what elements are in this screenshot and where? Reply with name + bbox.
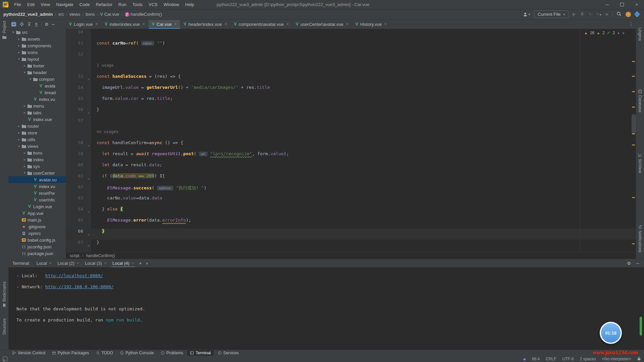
error-stripe-mark[interactable] — [632, 243, 635, 244]
next-problem-icon[interactable]: ∨ — [622, 31, 625, 35]
close-tab-icon[interactable]: × — [346, 22, 348, 26]
breadcrumb-item[interactable]: src — [58, 12, 64, 17]
error-stripe-mark[interactable] — [632, 91, 635, 92]
tool-stripe-bookmarks[interactable]: Bookmarks — [0, 282, 8, 308]
prev-problem-icon[interactable]: ∧ — [617, 31, 620, 35]
tree-item-index[interactable]: ▸index — [8, 156, 66, 163]
tree-item-header[interactable]: ▾header — [8, 69, 66, 76]
close-tab-icon[interactable]: × — [104, 261, 106, 265]
fold-marker-icon[interactable]: ▿ — [85, 74, 92, 85]
tree-chevron-icon[interactable]: ▸ — [17, 138, 21, 141]
tree-item--gitignore[interactable]: ◆.gitignore — [8, 223, 66, 230]
tree-chevron-icon[interactable]: ▾ — [22, 171, 27, 175]
tree-item-sys[interactable]: ▸sys — [8, 163, 66, 170]
tree-item-resetpw[interactable]: VresetPw — [8, 190, 66, 196]
debug-button[interactable] — [580, 11, 585, 17]
tab-index-index-vue[interactable]: Vindex\index.vue× — [101, 19, 148, 29]
expand-all-icon[interactable] — [27, 22, 31, 26]
terminal-hide-icon[interactable]: ─ — [636, 261, 639, 266]
menu-vcs[interactable]: VCS — [146, 1, 161, 8]
tree-item-index-vu[interactable]: Vindex.vu — [8, 183, 66, 190]
menu-help[interactable]: Help — [182, 1, 197, 8]
tree-item-babel-config-js[interactable]: JSbabel.config.js — [8, 237, 66, 243]
tree-chevron-icon[interactable]: ▸ — [22, 111, 27, 114]
minimize-icon[interactable]: ─ — [600, 0, 614, 9]
tree-item-jsconfig-json[interactable]: { }jsconfig.json — [8, 243, 66, 250]
restart-icon[interactable]: ↻▾ — [596, 12, 601, 17]
ai-status-icon[interactable]: ◆ — [523, 357, 526, 361]
file-encoding[interactable]: UTF-8 — [562, 357, 574, 361]
gear-icon[interactable]: ⚙ — [45, 22, 49, 27]
ai-plugin-icon[interactable] — [634, 11, 640, 17]
tree-chevron-icon[interactable]: ▸ — [17, 51, 21, 54]
hide-panel-icon[interactable]: ─ — [52, 22, 55, 27]
menu-code[interactable]: Code — [76, 1, 93, 8]
tab-history-vue[interactable]: VHistory.vue× — [352, 19, 390, 29]
usage-label[interactable]: 1 usage — [97, 63, 114, 68]
tool-window-button-version-control[interactable]: Version Control — [9, 350, 48, 356]
menu-run[interactable]: Run — [115, 1, 129, 8]
menu-refactor[interactable]: Refactor — [93, 1, 115, 8]
tool-stripe-database[interactable]: Database — [636, 89, 644, 112]
tool-window-button-python-console[interactable]: Python Console — [117, 350, 157, 356]
tab-header-index-vue[interactable]: Vheader\index.vue× — [180, 19, 231, 29]
tree-item-utils[interactable]: ▸utils — [8, 136, 66, 143]
tree-item--npmrc[interactable]: n.npmrc — [8, 230, 66, 237]
fold-marker-icon[interactable]: ▿ — [85, 140, 92, 151]
tree-item-index-vue[interactable]: Vindex.vue — [8, 116, 66, 123]
close-tab-icon[interactable]: × — [143, 22, 145, 26]
tree-chevron-icon[interactable]: ▸ — [22, 158, 27, 161]
search-everywhere-icon[interactable] — [616, 11, 622, 17]
fold-marker-icon[interactable]: ▿ — [85, 206, 92, 218]
close-tab-icon[interactable]: × — [224, 22, 227, 26]
tree-item-usercenter[interactable]: ▾userCenter — [8, 170, 66, 176]
tool-window-button-problems[interactable]: Problems — [158, 350, 186, 356]
run-configuration-select[interactable]: Current File ▾ — [534, 10, 568, 18]
tree-item-compon[interactable]: ▾compon — [8, 76, 66, 82]
select-opened-file-icon[interactable] — [11, 22, 16, 27]
tree-chevron-icon[interactable]: ▸ — [17, 44, 21, 47]
breadcrumb-function[interactable]: handleConfirm() — [86, 253, 115, 258]
new-terminal-icon[interactable]: + — [139, 260, 142, 266]
breadcrumb-item[interactable]: views — [69, 12, 80, 17]
tree-item-main-js[interactable]: JSmain.js — [8, 217, 66, 223]
terminal-link[interactable]: http://localhost:8080/ — [45, 273, 103, 278]
error-stripe-mark[interactable] — [632, 144, 635, 145]
tool-stripe-structure[interactable]: Structure — [0, 318, 8, 335]
close-icon[interactable]: × — [629, 0, 644, 9]
close-tab-icon[interactable]: × — [49, 261, 51, 265]
error-stripe-mark[interactable] — [632, 107, 635, 108]
tree-item-assets[interactable]: ▸assets — [8, 36, 66, 42]
breadcrumb-scope[interactable]: script — [70, 253, 79, 258]
tab-car-vue[interactable]: VCar.vue× — [149, 19, 180, 29]
tree-item-store[interactable]: ▸store — [8, 129, 66, 136]
tool-stripe-notifications[interactable]: Notifications — [636, 225, 644, 252]
tree-item-layout[interactable]: ▾layout — [8, 56, 66, 62]
breadcrumb-item[interactable]: bsns — [86, 12, 95, 17]
tree-chevron-icon[interactable]: ▾ — [17, 57, 21, 61]
tree-item-bsns[interactable]: ▸bsns — [8, 149, 66, 156]
rerun-icon[interactable]: ↻ — [589, 12, 592, 17]
tree-chevron-icon[interactable]: ▸ — [22, 64, 27, 67]
tree-item-src[interactable]: ▾src — [8, 29, 66, 36]
tree-chevron-icon[interactable]: ▸ — [22, 165, 27, 168]
terminal-tab-local-4-[interactable]: Local (4)× — [109, 259, 137, 267]
menu-tools[interactable]: Tools — [129, 1, 146, 8]
menu-file[interactable]: File — [11, 1, 24, 8]
fold-marker-icon[interactable]: ▿ — [85, 173, 92, 184]
error-stripe-mark[interactable] — [632, 76, 635, 77]
menu-navigate[interactable]: Navigate — [53, 1, 76, 8]
tree-chevron-icon[interactable]: ▾ — [28, 77, 33, 81]
tree-item-tabs[interactable]: ▸tabs — [8, 109, 66, 116]
tree-chevron-icon[interactable]: ▸ — [22, 104, 27, 108]
user-account-icon[interactable]: ▾ — [523, 12, 530, 17]
tree-item-index-vu[interactable]: Vindex.vu — [8, 96, 66, 103]
tool-stripe-project[interactable]: Project — [0, 21, 8, 39]
tree-chevron-icon[interactable]: ▾ — [11, 31, 15, 34]
fold-marker-icon[interactable]: ▵ — [85, 107, 92, 118]
project-tree[interactable]: ▾src▸assets▸components▸icons▾layout▸foot… — [8, 29, 66, 259]
menu-window[interactable]: Window — [161, 1, 182, 8]
menu-view[interactable]: View — [38, 1, 53, 8]
tree-item-router[interactable]: ▸router — [8, 123, 66, 129]
tree-item-login-vue[interactable]: VLogin.vue — [8, 203, 66, 210]
